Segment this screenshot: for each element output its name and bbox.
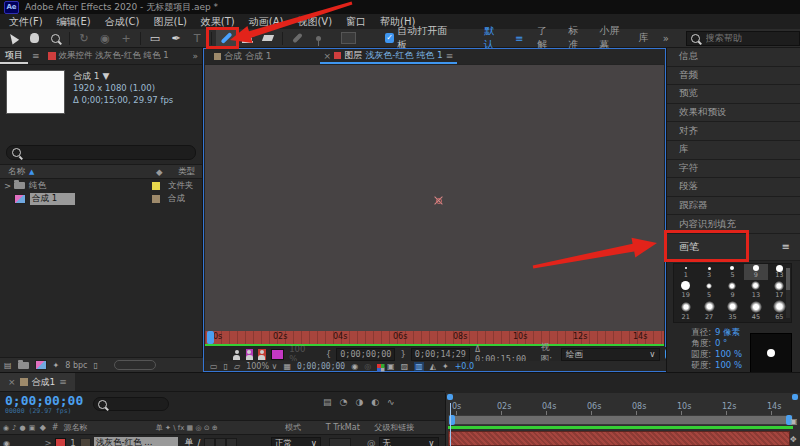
motion-blur-switch[interactable] bbox=[215, 438, 226, 446]
brush-preset[interactable]: 9 bbox=[721, 280, 744, 299]
collapse-switch[interactable]: 单 bbox=[184, 437, 194, 446]
brush-preset[interactable]: 5 bbox=[697, 280, 720, 299]
brush-preset[interactable]: 21 bbox=[674, 300, 697, 322]
tab-layer[interactable]: × 图层 浅灰色-红色 纯色 1 ≡ bbox=[320, 49, 458, 64]
zoom-tool-icon[interactable] bbox=[45, 30, 65, 47]
rectangle-tool-icon[interactable]: ▭ bbox=[145, 30, 165, 47]
panel-menu-icon[interactable]: ≡ bbox=[446, 51, 454, 61]
parent-column-header[interactable]: 父级和链接 bbox=[374, 422, 445, 433]
workspace-tab-库[interactable]: 库 bbox=[639, 31, 649, 45]
in-point-value[interactable]: 0;00;00;00 bbox=[336, 348, 395, 361]
motion-blur-icon[interactable]: ◐ bbox=[371, 397, 379, 407]
work-area[interactable] bbox=[448, 415, 793, 425]
frame-blend-icon[interactable]: ◑ bbox=[355, 397, 363, 407]
viewer-timecode[interactable]: 0;00;00;00 bbox=[297, 362, 345, 371]
current-time-display[interactable]: 0;00;00;00 00000 (29.97 fps) bbox=[5, 394, 83, 415]
show-snapshot-icon[interactable]: ◎ bbox=[364, 362, 371, 371]
brush-param-value[interactable]: 0 ° bbox=[715, 338, 727, 349]
tag-swatch[interactable] bbox=[152, 182, 160, 190]
menu-item[interactable]: 文件(F) bbox=[2, 14, 50, 29]
tab-effect-controls[interactable]: 效果控件 浅灰色-红色 纯色 1 bbox=[44, 50, 173, 62]
stacked-panel-对齐[interactable]: 对齐 bbox=[667, 122, 800, 141]
zoom-dropdown[interactable]: 100% ∨ bbox=[246, 362, 277, 371]
brush-preset[interactable]: 19 bbox=[674, 280, 697, 299]
layer-name[interactable]: 浅灰色-红色 ... bbox=[94, 437, 178, 446]
tab-project[interactable]: 项目 bbox=[0, 48, 28, 64]
brush-preset[interactable]: 35 bbox=[721, 300, 744, 322]
layer-playhead[interactable] bbox=[207, 331, 214, 344]
menu-item[interactable]: 编辑(E) bbox=[50, 14, 98, 29]
rotate-tool-icon[interactable]: ↻ bbox=[74, 30, 94, 47]
project-item-row[interactable]: 合成 1合成 bbox=[0, 192, 202, 205]
brush-param-value[interactable]: 100 % bbox=[715, 360, 742, 371]
comp-mini-flowchart-icon[interactable]: ▤ bbox=[323, 397, 332, 407]
create-folder-icon[interactable] bbox=[18, 362, 29, 369]
zoom-handle-right[interactable] bbox=[792, 394, 798, 400]
mode-column-header[interactable]: 模式 bbox=[285, 422, 326, 433]
brush-tool-icon[interactable] bbox=[216, 30, 236, 47]
comp-name[interactable]: 合成 1 ▼ bbox=[73, 70, 173, 82]
snapshot-icon[interactable]: ◉ bbox=[351, 362, 358, 371]
brush-preset[interactable]: 3 bbox=[697, 264, 720, 280]
stacked-panel-预览[interactable]: 预览 bbox=[667, 85, 800, 104]
menu-item[interactable]: 合成(C) bbox=[98, 14, 147, 29]
stacked-panel-效果和预设[interactable]: 效果和预设 bbox=[667, 104, 800, 123]
expander-icon[interactable]: > bbox=[41, 438, 55, 446]
solo-column-icon[interactable]: ● bbox=[20, 424, 26, 432]
lock-column-icon[interactable]: ▣ bbox=[29, 424, 36, 432]
time-ruler[interactable]: 0s02s04s06s08s10s12s14s bbox=[446, 393, 800, 415]
source-name-column-header[interactable]: 源名称 bbox=[61, 422, 151, 433]
brush-param-value[interactable]: 100 % bbox=[715, 349, 742, 360]
more-tabs-icon[interactable]: » bbox=[188, 51, 202, 61]
project-column-headers[interactable]: 名称 ▲ ◆ 类型 bbox=[0, 164, 202, 179]
brush-preset[interactable]: 1 bbox=[674, 264, 697, 280]
project-item-row[interactable]: >纯色文件夹 bbox=[0, 179, 202, 192]
timeline-column-headers[interactable]: ◉♪●▣ ◆ # 源名称 单 ✦ \ fx ▦ ◎ ⊙ ⊕ 模式 T TrkMa… bbox=[0, 420, 445, 435]
selection-tool-icon[interactable] bbox=[3, 30, 23, 47]
layer-duration-bar[interactable] bbox=[448, 431, 790, 446]
stacked-panel-内容识别填充[interactable]: 内容识别填充 bbox=[667, 215, 800, 234]
menu-item[interactable]: 动画(A) bbox=[242, 14, 291, 29]
stacked-panel-字符[interactable]: 字符 bbox=[667, 160, 800, 179]
help-search-input[interactable] bbox=[704, 32, 794, 44]
workspace-menu-icon[interactable]: ≡ bbox=[515, 33, 523, 44]
timeline-tab[interactable]: × 合成1 ≡ bbox=[0, 373, 75, 391]
brush-param-value[interactable]: 9 像素 bbox=[715, 327, 740, 338]
shy-icon[interactable]: ◔ bbox=[340, 397, 348, 407]
panel-box-icon[interactable] bbox=[341, 32, 356, 44]
stacked-panel-库[interactable]: 库 bbox=[667, 141, 800, 160]
transparency-grid-icon[interactable]: ▨ bbox=[401, 362, 409, 371]
view-dropdown[interactable]: 绘画 ∨ bbox=[561, 348, 661, 361]
layer-tag[interactable] bbox=[80, 438, 91, 446]
more-workspaces-icon[interactable]: » bbox=[663, 33, 669, 44]
panel-menu-icon[interactable]: ≡ bbox=[59, 377, 67, 387]
marker-bin-icon[interactable]: ▣ bbox=[790, 417, 798, 426]
expander-icon[interactable]: > bbox=[4, 181, 10, 191]
stacked-panel-段落[interactable]: 段落 bbox=[667, 178, 800, 197]
channels-icon[interactable] bbox=[377, 364, 381, 368]
graph-editor-icon[interactable]: ∿ bbox=[387, 397, 395, 407]
panel-menu-icon[interactable]: ≡ bbox=[782, 241, 790, 252]
pan-behind-tool-icon[interactable]: + bbox=[116, 30, 136, 47]
layer-color-swatch[interactable] bbox=[55, 438, 66, 446]
mercury-transmit-icon[interactable]: ▱ bbox=[234, 362, 240, 371]
clone-stamp-tool-icon[interactable] bbox=[237, 30, 257, 47]
type-tool-icon[interactable]: T bbox=[187, 30, 207, 47]
parent-dropdown[interactable]: 无 ∨ bbox=[379, 437, 439, 446]
toggle-alpha-boundary-icon[interactable] bbox=[246, 349, 254, 360]
project-panel-menu-icon[interactable]: ≡ bbox=[28, 51, 44, 61]
layer-canvas[interactable] bbox=[205, 65, 664, 331]
puppet-pin-tool-icon[interactable] bbox=[308, 30, 328, 47]
close-tab-icon[interactable]: × bbox=[324, 51, 332, 61]
interpret-footage-icon[interactable]: ▤ bbox=[4, 361, 12, 370]
brushes-panel-header[interactable]: 画笔 ≡ bbox=[667, 234, 800, 261]
help-search[interactable] bbox=[686, 31, 800, 46]
blend-mode-dropdown[interactable]: 正常 ∨ bbox=[271, 437, 321, 446]
pixel-aspect-icon[interactable]: ▥ bbox=[414, 362, 424, 371]
trkmat-dropdown[interactable] bbox=[329, 438, 351, 446]
adjustment-switch[interactable] bbox=[226, 438, 237, 446]
toggle-alpha-icon[interactable] bbox=[233, 349, 241, 360]
scrollbar[interactable] bbox=[786, 268, 790, 318]
brush-preset[interactable]: 45 bbox=[744, 300, 767, 322]
always-preview-icon[interactable]: ▭ bbox=[210, 362, 218, 371]
